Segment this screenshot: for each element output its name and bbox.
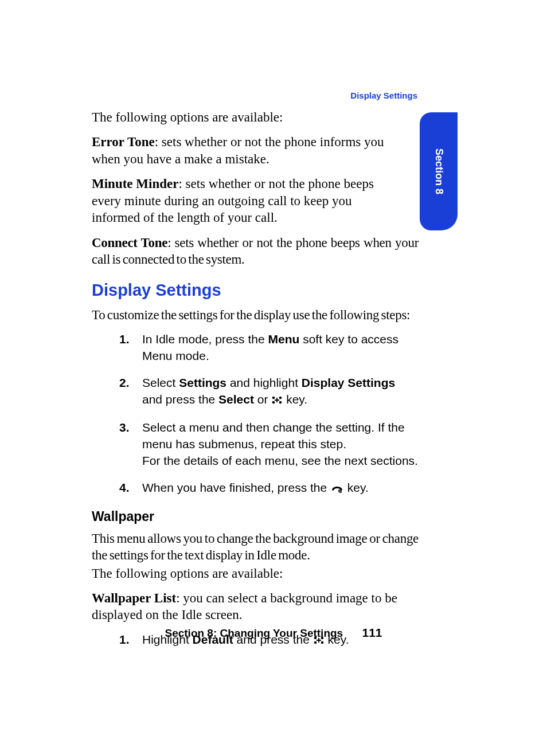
- option-connect-tone-label: Connect Tone: [92, 236, 167, 250]
- svg-point-2: [272, 401, 275, 404]
- running-header: Display Settings: [350, 91, 417, 100]
- step-text-line2: For the details of each menu, see the ne…: [142, 454, 418, 467]
- page: Display Settings Section 8 The following…: [0, 0, 547, 756]
- step-bold: Select: [218, 393, 254, 406]
- page-footer: Section 8: Changing Your Settings 111: [0, 626, 547, 640]
- end-call-key-icon: [330, 481, 344, 498]
- step-3: 3. Select a menu and then change the set…: [92, 420, 419, 469]
- section-side-tab: Section 8: [420, 112, 458, 230]
- step-number: 3.: [119, 420, 130, 436]
- section-side-tab-label: Section 8: [433, 148, 445, 194]
- svg-point-11: [321, 641, 323, 644]
- svg-point-10: [314, 641, 317, 644]
- ok-key-icon: [271, 393, 283, 409]
- option-wallpaper-list-label: Wallpaper List: [92, 591, 176, 605]
- step-number: 4.: [119, 480, 130, 496]
- intro-options-available: The following options are available:: [92, 109, 419, 126]
- option-minute-minder-label: Minute Minder: [92, 177, 178, 191]
- step-text: key.: [283, 393, 307, 406]
- step-text: and press the: [142, 393, 218, 406]
- section-title-display-settings: Display Settings: [92, 281, 419, 300]
- step-bold: Display Settings: [302, 376, 395, 389]
- step-text: Select a menu and then change the settin…: [142, 421, 405, 451]
- step-text: key.: [344, 481, 369, 494]
- wallpaper-paragraph-1: This menu allows you to change the backg…: [92, 530, 419, 564]
- footer-section-label: Section 8: Changing Your Settings: [165, 627, 343, 639]
- step-number: 2.: [119, 375, 130, 391]
- option-connect-tone: Connect Tone: sets whether or not the ph…: [92, 234, 419, 268]
- step-bold: Menu: [268, 332, 299, 346]
- footer-page-number: 111: [362, 626, 382, 640]
- svg-point-1: [279, 397, 282, 399]
- section-intro: To customize the settings for the displa…: [92, 307, 419, 323]
- svg-point-0: [272, 397, 275, 399]
- step-text: When you have finished, press the: [142, 481, 330, 494]
- step-text: Select: [142, 376, 179, 389]
- step-1: 1. In Idle mode, press the Menu soft key…: [92, 331, 419, 365]
- option-minute-minder: Minute Minder: sets whether or not the p…: [92, 175, 390, 226]
- option-wallpaper-list: Wallpaper List: you can select a backgro…: [92, 590, 419, 624]
- step-text: and highlight: [226, 376, 302, 389]
- step-2: 2. Select Settings and highlight Display…: [92, 375, 419, 409]
- step-number: 1.: [119, 331, 130, 348]
- step-text: In Idle mode, press the: [142, 332, 268, 346]
- subheading-wallpaper: Wallpaper: [92, 509, 419, 524]
- step-text: or: [254, 393, 271, 406]
- main-content: The following options are available: Err…: [92, 109, 419, 660]
- svg-rect-5: [276, 398, 278, 402]
- wallpaper-paragraph-2: The following options are available:: [92, 565, 419, 582]
- option-error-tone: Error Tone: sets whether or not the phon…: [92, 134, 390, 167]
- option-error-tone-label: Error Tone: [92, 135, 155, 149]
- step-4: 4. When you have finished, press the key…: [92, 480, 419, 498]
- steps-list: 1. In Idle mode, press the Menu soft key…: [92, 331, 419, 498]
- svg-point-3: [279, 401, 282, 404]
- step-bold: Settings: [179, 376, 226, 389]
